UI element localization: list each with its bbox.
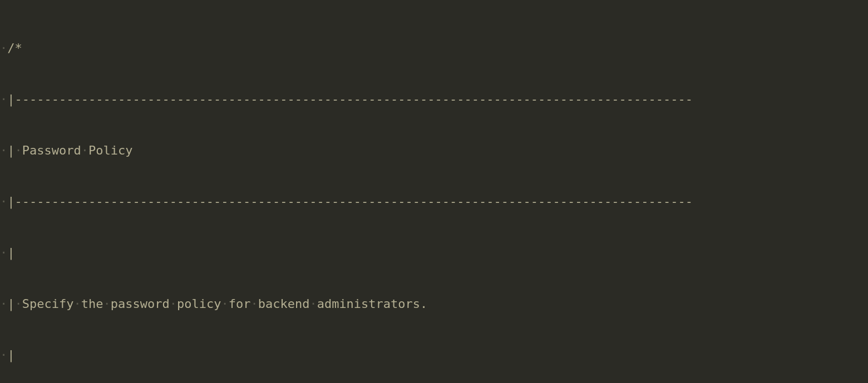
whitespace-dot: · [250, 297, 258, 311]
comment-pipe: | [7, 348, 14, 362]
comment-open: /* [7, 41, 22, 55]
comment-text: backend [258, 297, 310, 311]
comment-text: the [81, 297, 103, 311]
whitespace-dot: · [221, 297, 228, 311]
whitespace-dot: · [73, 297, 81, 311]
whitespace-dot: · [0, 92, 7, 106]
code-line: ·| [0, 240, 868, 266]
code-line: ·| [0, 342, 868, 368]
whitespace-dot: · [0, 246, 7, 260]
whitespace-dot: · [15, 143, 22, 157]
comment-text: password [111, 297, 170, 311]
whitespace-dot: · [309, 297, 317, 311]
whitespace-dot: · [0, 297, 7, 311]
whitespace-dot: · [81, 143, 88, 157]
comment-text: Specify [22, 297, 74, 311]
code-line: ·|·Password·Policy [0, 138, 868, 163]
comment-hr: ----------------------------------------… [15, 195, 693, 208]
code-editor[interactable]: ·/* ·|----------------------------------… [0, 0, 868, 383]
comment-title-word: Policy [88, 143, 132, 157]
comment-hr: ----------------------------------------… [15, 92, 693, 106]
comment-pipe: | [7, 92, 14, 106]
code-line: ·|--------------------------------------… [0, 87, 868, 112]
whitespace-dot: · [0, 41, 7, 55]
whitespace-dot: · [15, 297, 22, 311]
code-line: ·|·Specify·the·password·policy·for·backe… [0, 291, 868, 317]
whitespace-dot: · [0, 348, 7, 362]
comment-text: policy [177, 297, 221, 311]
code-line: ·|--------------------------------------… [0, 189, 868, 215]
comment-pipe: | [7, 246, 14, 260]
whitespace-dot: · [103, 297, 110, 311]
code-line: ·/* [0, 36, 868, 61]
whitespace-dot: · [0, 143, 7, 157]
comment-pipe: | [7, 143, 14, 157]
comment-text: administrators. [317, 297, 428, 311]
whitespace-dot: · [0, 195, 7, 208]
whitespace-dot: · [170, 297, 177, 311]
comment-pipe: | [7, 297, 14, 311]
comment-pipe: | [7, 195, 14, 208]
comment-title-word: Password [22, 143, 81, 157]
comment-text: for [229, 297, 251, 311]
